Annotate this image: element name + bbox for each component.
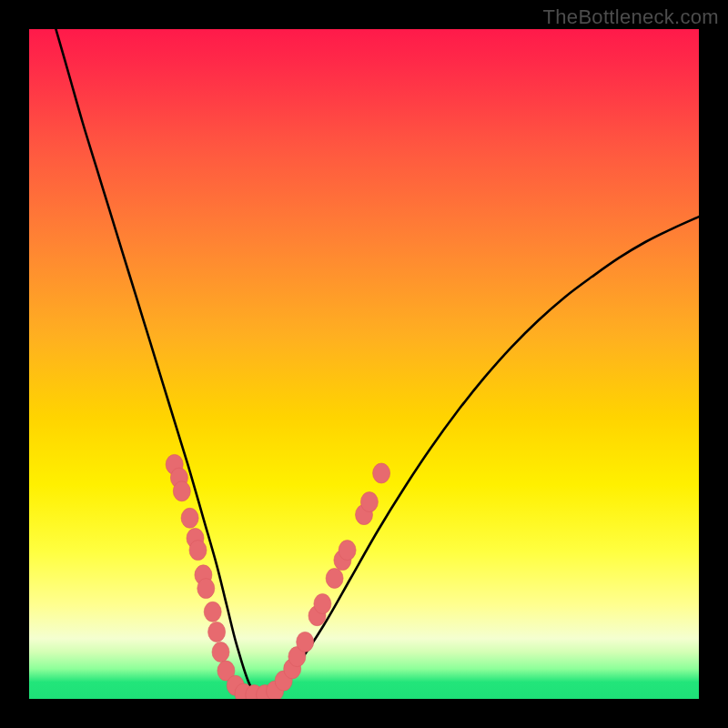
dots-group bbox=[166, 454, 389, 699]
watermark-text: TheBottleneck.com bbox=[543, 5, 719, 29]
data-dot bbox=[181, 508, 198, 528]
data-dot bbox=[197, 579, 215, 599]
data-dot bbox=[326, 569, 343, 589]
data-dot bbox=[360, 492, 378, 512]
chart-svg bbox=[29, 29, 699, 699]
data-dot bbox=[373, 463, 390, 483]
data-dot bbox=[314, 594, 331, 614]
plot-area bbox=[29, 29, 699, 699]
data-dot bbox=[208, 622, 226, 642]
bottleneck-curve bbox=[56, 29, 699, 695]
chart-frame: TheBottleneck.com bbox=[0, 0, 728, 728]
data-dot bbox=[339, 541, 356, 561]
data-dot bbox=[189, 541, 207, 561]
data-dot bbox=[173, 481, 190, 501]
data-dot bbox=[212, 642, 229, 662]
data-dot bbox=[297, 632, 314, 652]
data-dot bbox=[204, 602, 221, 622]
